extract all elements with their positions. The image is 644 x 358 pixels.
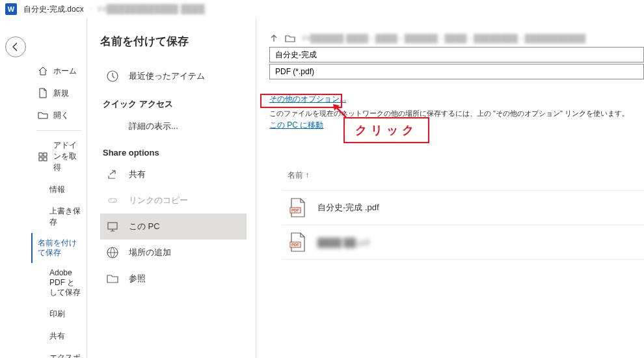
file-name: 自分史-完成 .pdf: [317, 202, 379, 213]
quick-access-header: クイック アクセス: [103, 98, 247, 110]
share-label: 共有: [129, 169, 146, 180]
nav-open-label: 開く: [53, 110, 69, 121]
file-row[interactable]: PDF ████ ██.pdf: [269, 225, 644, 259]
home-icon: [38, 66, 48, 76]
nav-new[interactable]: 新規: [31, 82, 87, 104]
browse-label: 参照: [129, 273, 146, 284]
annotation-callout: クリック: [343, 117, 429, 143]
network-save-hint: このファイルを現在のネットワークの他の場所に保存するには、上の "その他のオプシ…: [269, 109, 644, 118]
link-icon: [105, 194, 120, 207]
share-item[interactable]: 共有: [100, 161, 247, 187]
file-row[interactable]: PDF 自分史-完成 .pdf: [269, 191, 644, 225]
share-icon: [105, 168, 120, 181]
backstage-nav: ホーム 新規 開く アドインを取得 情報 上書き保存 名前を付けて保存 Adob…: [31, 18, 87, 358]
svg-text:PDF: PDF: [291, 208, 299, 212]
svg-rect-2: [39, 158, 42, 161]
more-options-link[interactable]: その他のオプション...: [269, 94, 346, 103]
addins-icon: [38, 152, 48, 162]
word-app-icon: W: [5, 3, 17, 15]
browse-folder-icon: [105, 272, 120, 285]
new-icon: [38, 88, 48, 98]
svg-text:PDF: PDF: [291, 243, 299, 247]
nav-export[interactable]: エクスポート: [31, 347, 87, 358]
this-pc-icon: [105, 220, 120, 233]
page-title: 名前を付けて保存: [100, 34, 247, 49]
nav-home[interactable]: ホーム: [31, 60, 87, 82]
title-path-blurred: ・ ¥¥████████████ ████: [87, 3, 205, 15]
show-details[interactable]: 詳細の表示...: [100, 114, 247, 139]
nav-adobe-pdf[interactable]: Adobe PDF として保存: [31, 263, 87, 303]
breadcrumb-path[interactable]: ¥¥██████-████ › ████ › ██████ › ████ › █…: [302, 34, 585, 43]
add-place-item[interactable]: 場所の追加: [100, 240, 247, 266]
save-details-panel: ¥¥██████-████ › ████ › ██████ › ████ › █…: [256, 18, 644, 358]
nav-open[interactable]: 開く: [31, 104, 87, 126]
this-pc-label: この PC: [129, 221, 160, 232]
nav-addins-label: アドインを取得: [53, 140, 83, 173]
svg-rect-1: [44, 153, 47, 156]
globe-plus-icon: [105, 246, 120, 259]
nav-save-as[interactable]: 名前を付けて保存: [31, 233, 87, 263]
add-place-label: 場所の追加: [129, 247, 171, 258]
filetype-dropdown[interactable]: [269, 64, 644, 79]
filename-input[interactable]: [269, 47, 644, 62]
nav-print[interactable]: 印刷: [31, 303, 87, 325]
clock-icon: [105, 70, 120, 83]
nav-info[interactable]: 情報: [31, 178, 87, 200]
recent-items[interactable]: 最近使ったアイテム: [100, 63, 247, 89]
folder-path-icon: [285, 34, 295, 43]
svg-rect-5: [108, 223, 117, 229]
back-button[interactable]: [5, 36, 26, 57]
share-options-header: Share options: [103, 148, 247, 158]
nav-new-label: 新規: [53, 88, 69, 99]
open-folder-icon: [38, 110, 48, 120]
pdf-file-icon: PDF: [289, 232, 307, 253]
recent-label: 最近使ったアイテム: [129, 70, 205, 82]
title-bar: W 自分史-完成.docx ・ ¥¥████████████ ████: [0, 0, 644, 18]
nav-addins[interactable]: アドインを取得: [31, 135, 87, 178]
browse-item[interactable]: 参照: [100, 266, 247, 292]
move-to-pc-link[interactable]: この PC に移動: [269, 120, 323, 130]
nav-save[interactable]: 上書き保存: [31, 200, 87, 233]
copy-link-label: リンクのコピー: [129, 195, 188, 206]
copy-link-item: リンクのコピー: [100, 187, 247, 213]
document-name: 自分史-完成.docx: [23, 4, 84, 15]
nav-home-label: ホーム: [53, 66, 77, 77]
file-list-header[interactable]: 名前 ↑: [288, 170, 644, 181]
this-pc-item[interactable]: この PC: [100, 213, 247, 240]
save-locations-panel: 名前を付けて保存 最近使ったアイテム クイック アクセス 詳細の表示... Sh…: [87, 18, 256, 358]
nav-share[interactable]: 共有: [31, 325, 87, 347]
svg-rect-0: [39, 153, 42, 156]
up-arrow-icon[interactable]: [269, 34, 278, 43]
svg-rect-3: [44, 158, 47, 161]
pdf-file-icon: PDF: [289, 197, 307, 218]
file-name: ████ ██.pdf: [317, 238, 370, 247]
